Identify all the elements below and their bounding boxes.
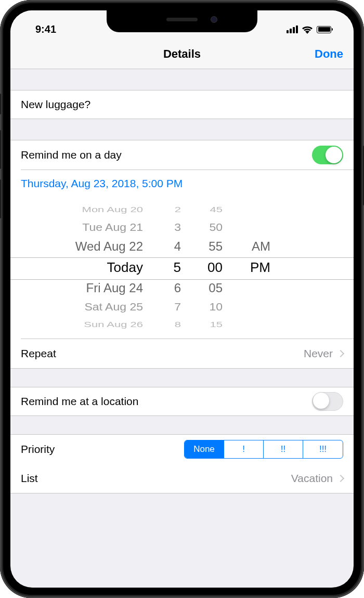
priority-option-high[interactable]: !!! [303, 440, 343, 458]
priority-label: Priority [21, 443, 55, 456]
page-title: Details [163, 47, 201, 61]
volume-up-button [0, 130, 1, 169]
priority-row: Priority None ! !! !!! [10, 435, 354, 464]
volume-down-button [0, 179, 1, 218]
picker-date-selected: Today [107, 256, 151, 278]
alarm-date-value: Thursday, Aug 23, 2018, 5:00 PM [21, 177, 183, 189]
alarm-date-row[interactable]: Thursday, Aug 23, 2018, 5:00 PM [10, 170, 354, 197]
priority-option-med[interactable]: !! [264, 440, 303, 458]
picker-hour-selected: 5 [174, 256, 187, 278]
notch [107, 10, 257, 32]
picker-ampm-column[interactable]: AM PM [229, 197, 276, 339]
priority-segmented-control[interactable]: None ! !! !!! [184, 440, 343, 459]
remind-day-toggle[interactable] [312, 146, 343, 164]
repeat-row[interactable]: Repeat Never [10, 339, 354, 368]
remind-day-label: Remind me on a day [21, 149, 122, 161]
date-time-picker[interactable]: Mon Aug 20 Tue Aug 21 Wed Aug 22 Today F… [10, 197, 354, 339]
cellular-signal-icon [287, 25, 298, 33]
picker-hour-column[interactable]: 2 3 4 5 6 7 8 [151, 197, 187, 339]
repeat-label: Repeat [21, 347, 56, 360]
picker-minute-selected: 00 [207, 256, 229, 278]
picker-ampm-selected: PM [250, 256, 276, 278]
remind-location-label: Remind me at a location [21, 395, 138, 408]
picker-minute-column[interactable]: 45 50 55 00 05 10 15 [187, 197, 229, 339]
status-time: 9:41 [26, 23, 56, 35]
screen: 9:41 Details Done New luggage? [10, 10, 354, 588]
chevron-right-icon [337, 349, 344, 357]
picker-date-column[interactable]: Mon Aug 20 Tue Aug 21 Wed Aug 22 Today F… [31, 197, 151, 339]
priority-option-low[interactable]: ! [224, 440, 264, 458]
wifi-icon [302, 25, 313, 34]
list-label: List [21, 472, 38, 485]
nav-bar: Details Done [10, 39, 354, 69]
content-area[interactable]: New luggage? Remind me on a day Thursday… [10, 69, 354, 493]
repeat-value: Never [304, 347, 333, 360]
list-row[interactable]: List Vacation [10, 464, 354, 493]
priority-option-none[interactable]: None [185, 440, 224, 458]
list-value: Vacation [291, 472, 333, 485]
remind-location-row: Remind me at a location [10, 387, 354, 416]
silence-switch [0, 94, 1, 114]
battery-icon [317, 26, 333, 33]
chevron-right-icon [337, 475, 344, 482]
remind-day-group: Remind me on a day Thursday, Aug 23, 201… [10, 140, 354, 369]
done-button[interactable]: Done [315, 47, 343, 61]
reminder-title-row[interactable]: New luggage? [10, 90, 354, 119]
reminder-title: New luggage? [21, 98, 90, 111]
remind-location-toggle[interactable] [312, 392, 343, 411]
phone-frame: 9:41 Details Done New luggage? [0, 0, 364, 598]
